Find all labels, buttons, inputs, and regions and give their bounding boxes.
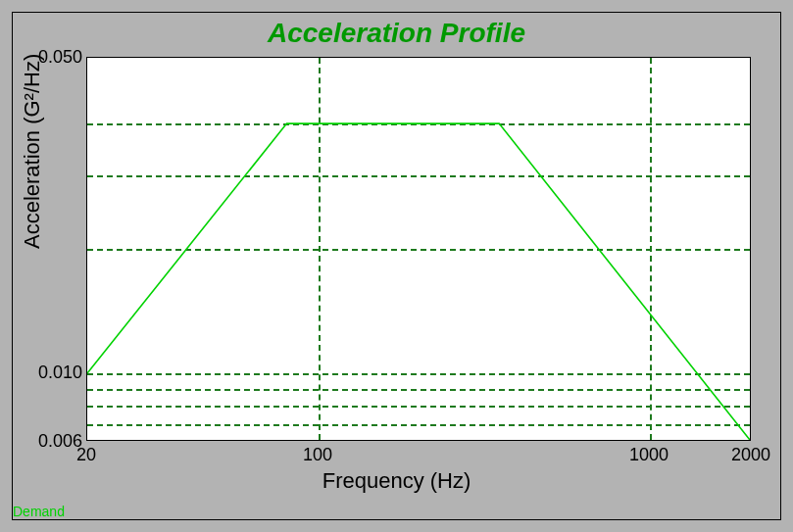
- legend-demand: Demand: [13, 504, 65, 519]
- x-axis-label: Frequency (Hz): [0, 468, 793, 494]
- y-axis-label-text: Acceleration (G²/Hz): [20, 54, 44, 249]
- gridline-x: [319, 58, 321, 440]
- plot-area: [86, 57, 751, 441]
- y-axis-label: Acceleration (G²/Hz): [20, 54, 45, 249]
- x-tick-label: 2000: [731, 445, 770, 465]
- gridline-x: [650, 58, 652, 440]
- chart-title: Acceleration Profile: [0, 18, 793, 49]
- x-tick-label: 100: [303, 445, 332, 465]
- y-tick-label: 0.010: [38, 363, 82, 383]
- x-tick-label: 20: [76, 445, 96, 465]
- x-tick-label: 1000: [629, 445, 669, 465]
